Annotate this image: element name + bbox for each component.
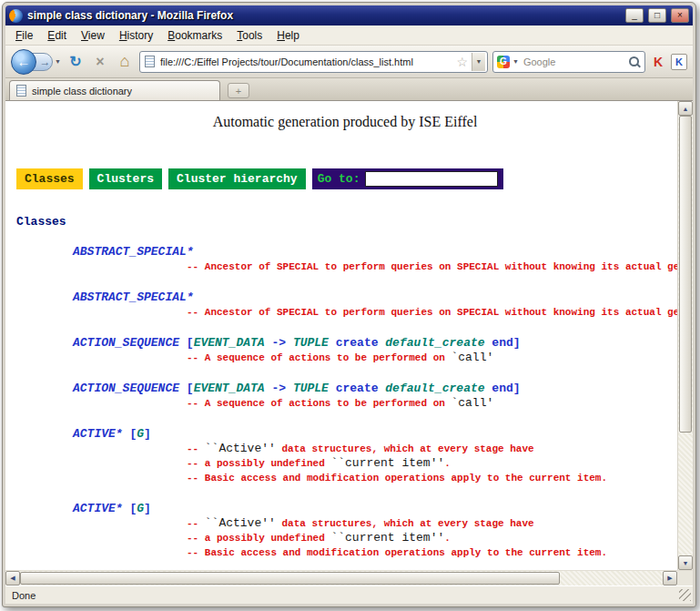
text-segment: default_create xyxy=(385,382,484,395)
text-segment: -- A sequence of actions to be performed… xyxy=(187,398,451,409)
scroll-down-button[interactable]: ▼ xyxy=(678,555,693,570)
site-page-icon xyxy=(145,56,155,67)
class-comment-line: -- ``Active'' data structures, which at … xyxy=(73,516,677,531)
vertical-scroll-thumb[interactable] xyxy=(679,116,692,433)
text-segment: data structures, which at every stage ha… xyxy=(276,518,534,529)
home-button[interactable]: ⌂ xyxy=(115,52,135,72)
class-entry: ABSTRACT_SPECIAL*-- Ancestor of SPECIAL … xyxy=(13,245,677,274)
text-segment: . xyxy=(444,533,451,544)
page-button-cluster-hierarchy[interactable]: Cluster hierarchy xyxy=(168,168,306,189)
url-input[interactable] xyxy=(158,56,453,68)
text-segment: -- xyxy=(187,443,205,454)
text-segment: -- Ancestor of SPECIAL to perform querie… xyxy=(187,261,677,272)
menu-help[interactable]: Help xyxy=(269,27,307,44)
firefox-icon xyxy=(9,9,23,23)
text-segment: ] xyxy=(144,427,151,441)
class-name: ACTION_SEQUENCE xyxy=(73,382,179,395)
menu-view[interactable]: View xyxy=(74,27,112,44)
class-comment-line: -- a possibly undefined ``current item''… xyxy=(73,531,677,545)
page-nav-row: ClassesClustersCluster hierarchy Go to: xyxy=(16,168,677,189)
text-segment: -- A sequence of actions to be performed… xyxy=(187,352,451,363)
horizontal-scrollbar-row: ◀ ▶ xyxy=(5,570,693,586)
scrollbar-corner xyxy=(677,571,693,586)
text-segment: end xyxy=(485,336,513,350)
page-button-classes[interactable]: Classes xyxy=(16,168,83,189)
page-content: Automatic generation produced by ISE Eif… xyxy=(5,101,677,570)
menu-file[interactable]: File xyxy=(8,27,40,44)
addon-icon-2[interactable]: K xyxy=(671,54,687,70)
class-entry: ACTION_SEQUENCE [EVENT_DATA -> TUPLE cre… xyxy=(13,382,677,411)
vertical-scroll-track[interactable] xyxy=(678,116,693,555)
google-logo-icon: G xyxy=(497,56,510,68)
forward-arrow-icon: → xyxy=(40,56,51,68)
text-segment: -- xyxy=(187,518,205,529)
bookmark-star-icon[interactable]: ☆ xyxy=(456,55,468,69)
horizontal-scroll-track[interactable] xyxy=(20,571,663,586)
address-dropdown-button[interactable]: ▼ xyxy=(472,53,485,71)
menu-history[interactable]: History xyxy=(112,27,160,44)
class-entry: ACTIVE* [G]-- ``Active'' data structures… xyxy=(13,502,677,560)
history-dropdown-icon[interactable]: ▼ xyxy=(55,58,61,65)
class-link[interactable]: ACTIVE* [G] xyxy=(73,502,677,516)
text-segment: G xyxy=(137,502,144,515)
search-magnifier-icon[interactable] xyxy=(628,56,641,68)
horizontal-scroll-thumb[interactable] xyxy=(20,572,560,585)
vertical-scrollbar[interactable]: ▲ ▼ xyxy=(677,101,693,570)
text-segment: EVENT_DATA xyxy=(194,336,265,350)
menu-bookmarks[interactable]: Bookmarks xyxy=(160,27,229,44)
text-segment: [ xyxy=(123,502,137,515)
menu-edit[interactable]: Edit xyxy=(40,27,74,44)
menu-bar: FileEditViewHistoryBookmarksToolsHelp xyxy=(5,25,693,46)
close-button[interactable]: × xyxy=(671,8,689,23)
text-segment: ] xyxy=(144,502,151,515)
class-comment-line: -- ``Active'' data structures, which at … xyxy=(73,442,677,456)
class-link[interactable]: ABSTRACT_SPECIAL* xyxy=(73,290,677,305)
class-comment-line: -- Basic access and modification operati… xyxy=(73,545,677,560)
scroll-left-button[interactable]: ◀ xyxy=(5,571,20,586)
text-segment: -- a possibly undefined xyxy=(187,533,330,544)
text-segment: G xyxy=(137,427,144,441)
text-segment: TUPLE xyxy=(293,382,329,395)
class-comment-line: -- Basic access and modification operati… xyxy=(73,471,677,485)
class-link[interactable]: ACTION_SEQUENCE [EVENT_DATA -> TUPLE cre… xyxy=(73,336,677,351)
stop-button[interactable]: × xyxy=(90,52,110,72)
back-button[interactable]: ← xyxy=(11,49,36,75)
page-button-clusters[interactable]: Clusters xyxy=(89,168,162,189)
address-bar[interactable]: ☆ ▼ xyxy=(139,51,488,73)
text-segment: ] xyxy=(513,336,521,350)
search-input[interactable] xyxy=(522,56,625,68)
tab-simple-class-dictionary[interactable]: simple class dictionary xyxy=(9,80,220,100)
scroll-up-button[interactable]: ▲ xyxy=(678,101,693,116)
resize-grip[interactable] xyxy=(679,589,691,601)
tab-favicon xyxy=(16,85,26,97)
text-segment: data structures, which at every stage ha… xyxy=(276,443,534,454)
text-segment: [ xyxy=(179,382,194,395)
text-segment: -- Ancestor of SPECIAL to perform querie… xyxy=(187,307,677,318)
text-segment: EVENT_DATA xyxy=(194,382,265,395)
class-entry: ACTIVE* [G]-- ``Active'' data structures… xyxy=(13,427,677,485)
class-link[interactable]: ACTION_SEQUENCE [EVENT_DATA -> TUPLE cre… xyxy=(73,382,677,396)
content-area: Automatic generation produced by ISE Eif… xyxy=(5,101,693,570)
text-segment: . xyxy=(444,458,451,469)
horizontal-scrollbar[interactable]: ◀ ▶ xyxy=(5,571,677,586)
minimize-button[interactable]: _ xyxy=(625,8,644,23)
class-comment-line: -- a possibly undefined ``current item''… xyxy=(73,456,677,471)
class-link[interactable]: ACTIVE* [G] xyxy=(73,427,677,442)
menu-tools[interactable]: Tools xyxy=(229,27,269,44)
maximize-button[interactable]: □ xyxy=(648,8,666,23)
class-name: ABSTRACT_SPECIAL* xyxy=(73,245,194,259)
text-segment: [ xyxy=(123,427,137,441)
goto-input[interactable] xyxy=(365,171,498,187)
search-bar[interactable]: G ▼ xyxy=(492,51,645,73)
refresh-button[interactable]: ↻ xyxy=(66,52,86,72)
addon-icon-1[interactable]: K xyxy=(650,54,666,70)
class-entry: ACTION_SEQUENCE [EVENT_DATA -> TUPLE cre… xyxy=(13,336,677,365)
page-header: Automatic generation produced by ISE Eif… xyxy=(13,114,677,130)
search-engine-dropdown-icon[interactable]: ▼ xyxy=(512,58,519,65)
scroll-right-button[interactable]: ▶ xyxy=(663,571,677,586)
new-tab-button[interactable]: + xyxy=(228,83,249,98)
text-segment: ] xyxy=(513,382,521,395)
text-segment: [ xyxy=(179,336,194,350)
class-comment-line: -- A sequence of actions to be performed… xyxy=(73,351,677,365)
class-link[interactable]: ABSTRACT_SPECIAL* xyxy=(73,245,677,260)
